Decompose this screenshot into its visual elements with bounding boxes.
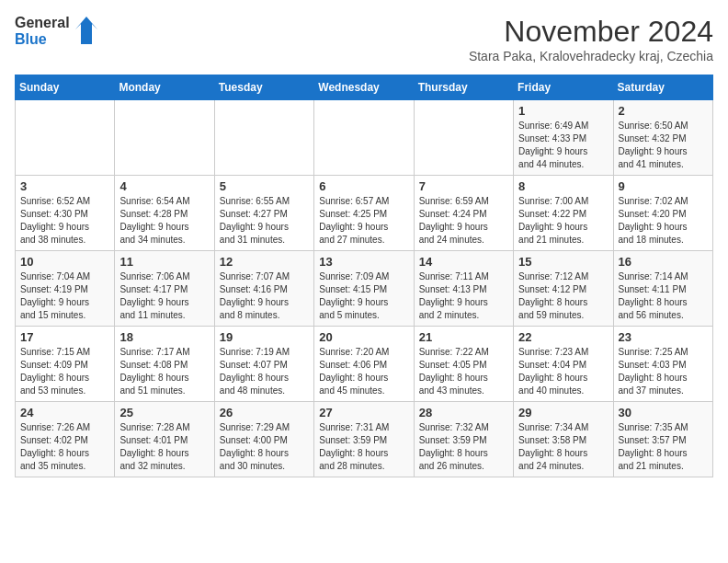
table-row: 14Sunrise: 7:11 AM Sunset: 4:13 PM Dayli… bbox=[414, 251, 513, 327]
table-row: 22Sunrise: 7:23 AM Sunset: 4:04 PM Dayli… bbox=[514, 327, 613, 402]
table-row: 9Sunrise: 7:02 AM Sunset: 4:20 PM Daylig… bbox=[613, 176, 712, 251]
day-number: 18 bbox=[119, 330, 209, 344]
day-number: 14 bbox=[419, 255, 508, 269]
table-row: 7Sunrise: 6:59 AM Sunset: 4:24 PM Daylig… bbox=[414, 176, 513, 251]
day-number: 21 bbox=[419, 330, 508, 344]
day-info: Sunrise: 7:19 AM Sunset: 4:07 PM Dayligh… bbox=[220, 346, 309, 397]
day-number: 9 bbox=[619, 179, 708, 193]
day-info: Sunrise: 7:25 AM Sunset: 4:03 PM Dayligh… bbox=[619, 346, 708, 397]
day-info: Sunrise: 6:59 AM Sunset: 4:24 PM Dayligh… bbox=[419, 195, 508, 247]
day-number: 10 bbox=[20, 255, 109, 269]
table-row: 17Sunrise: 7:15 AM Sunset: 4:09 PM Dayli… bbox=[16, 327, 115, 402]
col-thursday: Thursday bbox=[414, 75, 513, 100]
day-info: Sunrise: 7:09 AM Sunset: 4:15 PM Dayligh… bbox=[319, 270, 408, 322]
day-info: Sunrise: 6:54 AM Sunset: 4:28 PM Dayligh… bbox=[119, 195, 209, 247]
day-number: 30 bbox=[619, 406, 708, 419]
svg-marker-0 bbox=[75, 17, 97, 44]
day-info: Sunrise: 7:26 AM Sunset: 4:02 PM Dayligh… bbox=[20, 421, 109, 473]
table-row bbox=[16, 100, 115, 176]
table-row: 26Sunrise: 7:29 AM Sunset: 4:00 PM Dayli… bbox=[214, 402, 313, 477]
day-info: Sunrise: 7:31 AM Sunset: 3:59 PM Dayligh… bbox=[319, 421, 408, 473]
day-info: Sunrise: 7:14 AM Sunset: 4:11 PM Dayligh… bbox=[619, 270, 708, 322]
table-row bbox=[414, 100, 513, 176]
location-subtitle: Stara Paka, Kralovehradecky kraj, Czechi… bbox=[469, 49, 713, 63]
table-row: 8Sunrise: 7:00 AM Sunset: 4:22 PM Daylig… bbox=[514, 176, 613, 251]
table-row: 23Sunrise: 7:25 AM Sunset: 4:03 PM Dayli… bbox=[613, 327, 712, 402]
day-number: 11 bbox=[119, 255, 209, 269]
day-number: 6 bbox=[319, 179, 408, 193]
day-number: 25 bbox=[119, 406, 209, 419]
table-row: 27Sunrise: 7:31 AM Sunset: 3:59 PM Dayli… bbox=[314, 402, 414, 477]
calendar-week-row: 3Sunrise: 6:52 AM Sunset: 4:30 PM Daylig… bbox=[16, 176, 713, 251]
day-number: 22 bbox=[518, 330, 608, 344]
day-info: Sunrise: 6:52 AM Sunset: 4:30 PM Dayligh… bbox=[20, 195, 109, 247]
day-info: Sunrise: 7:04 AM Sunset: 4:19 PM Dayligh… bbox=[20, 270, 109, 322]
day-number: 27 bbox=[319, 406, 408, 419]
month-year-title: November 2024 bbox=[469, 15, 713, 49]
day-number: 13 bbox=[319, 255, 408, 269]
table-row: 4Sunrise: 6:54 AM Sunset: 4:28 PM Daylig… bbox=[115, 176, 214, 251]
day-info: Sunrise: 6:49 AM Sunset: 4:33 PM Dayligh… bbox=[518, 120, 608, 171]
day-info: Sunrise: 7:07 AM Sunset: 4:16 PM Dayligh… bbox=[220, 270, 309, 322]
day-number: 12 bbox=[220, 255, 309, 269]
col-monday: Monday bbox=[115, 75, 214, 100]
title-block: November 2024 Stara Paka, Kralovehradeck… bbox=[469, 15, 713, 63]
day-number: 1 bbox=[518, 104, 608, 118]
table-row: 15Sunrise: 7:12 AM Sunset: 4:12 PM Dayli… bbox=[514, 251, 613, 327]
day-info: Sunrise: 7:28 AM Sunset: 4:01 PM Dayligh… bbox=[119, 421, 209, 473]
day-info: Sunrise: 7:22 AM Sunset: 4:05 PM Dayligh… bbox=[419, 346, 508, 397]
table-row: 10Sunrise: 7:04 AM Sunset: 4:19 PM Dayli… bbox=[16, 251, 115, 327]
day-info: Sunrise: 7:29 AM Sunset: 4:00 PM Dayligh… bbox=[220, 421, 309, 473]
col-tuesday: Tuesday bbox=[214, 75, 313, 100]
day-number: 2 bbox=[619, 104, 708, 118]
day-number: 19 bbox=[220, 330, 309, 344]
day-info: Sunrise: 6:55 AM Sunset: 4:27 PM Dayligh… bbox=[220, 195, 309, 247]
day-number: 8 bbox=[518, 179, 608, 193]
table-row bbox=[314, 100, 414, 176]
table-row: 18Sunrise: 7:17 AM Sunset: 4:08 PM Dayli… bbox=[115, 327, 214, 402]
table-row: 19Sunrise: 7:19 AM Sunset: 4:07 PM Dayli… bbox=[214, 327, 313, 402]
day-number: 17 bbox=[20, 330, 109, 344]
day-number: 20 bbox=[319, 330, 408, 344]
day-number: 16 bbox=[619, 255, 708, 269]
calendar-week-row: 24Sunrise: 7:26 AM Sunset: 4:02 PM Dayli… bbox=[16, 402, 713, 477]
day-number: 23 bbox=[619, 330, 708, 344]
day-number: 29 bbox=[518, 406, 608, 419]
day-info: Sunrise: 7:11 AM Sunset: 4:13 PM Dayligh… bbox=[419, 270, 508, 322]
col-sunday: Sunday bbox=[16, 75, 115, 100]
day-info: Sunrise: 7:06 AM Sunset: 4:17 PM Dayligh… bbox=[119, 270, 209, 322]
day-info: Sunrise: 7:17 AM Sunset: 4:08 PM Dayligh… bbox=[119, 346, 209, 397]
table-row: 21Sunrise: 7:22 AM Sunset: 4:05 PM Dayli… bbox=[414, 327, 513, 402]
table-row: 11Sunrise: 7:06 AM Sunset: 4:17 PM Dayli… bbox=[115, 251, 214, 327]
day-number: 5 bbox=[220, 179, 309, 193]
table-row: 1Sunrise: 6:49 AM Sunset: 4:33 PM Daylig… bbox=[514, 100, 613, 176]
day-info: Sunrise: 7:32 AM Sunset: 3:59 PM Dayligh… bbox=[419, 421, 508, 473]
table-row bbox=[115, 100, 214, 176]
calendar-week-row: 1Sunrise: 6:49 AM Sunset: 4:33 PM Daylig… bbox=[16, 100, 713, 176]
table-row: 13Sunrise: 7:09 AM Sunset: 4:15 PM Dayli… bbox=[314, 251, 414, 327]
table-row: 29Sunrise: 7:34 AM Sunset: 3:58 PM Dayli… bbox=[514, 402, 613, 477]
day-info: Sunrise: 7:00 AM Sunset: 4:22 PM Dayligh… bbox=[518, 195, 608, 247]
table-row: 25Sunrise: 7:28 AM Sunset: 4:01 PM Dayli… bbox=[115, 402, 214, 477]
day-info: Sunrise: 7:34 AM Sunset: 3:58 PM Dayligh… bbox=[518, 421, 608, 473]
day-number: 24 bbox=[20, 406, 109, 419]
day-info: Sunrise: 7:02 AM Sunset: 4:20 PM Dayligh… bbox=[619, 195, 708, 247]
day-info: Sunrise: 7:20 AM Sunset: 4:06 PM Dayligh… bbox=[319, 346, 408, 397]
day-number: 7 bbox=[419, 179, 508, 193]
table-row bbox=[214, 100, 313, 176]
table-row: 24Sunrise: 7:26 AM Sunset: 4:02 PM Dayli… bbox=[16, 402, 115, 477]
calendar-week-row: 10Sunrise: 7:04 AM Sunset: 4:19 PM Dayli… bbox=[16, 251, 713, 327]
day-info: Sunrise: 7:15 AM Sunset: 4:09 PM Dayligh… bbox=[20, 346, 109, 397]
table-row: 28Sunrise: 7:32 AM Sunset: 3:59 PM Dayli… bbox=[414, 402, 513, 477]
day-number: 3 bbox=[20, 179, 109, 193]
table-row: 20Sunrise: 7:20 AM Sunset: 4:06 PM Dayli… bbox=[314, 327, 414, 402]
day-info: Sunrise: 6:57 AM Sunset: 4:25 PM Dayligh… bbox=[319, 195, 408, 247]
day-info: Sunrise: 6:50 AM Sunset: 4:32 PM Dayligh… bbox=[619, 120, 708, 171]
table-row: 30Sunrise: 7:35 AM Sunset: 3:57 PM Dayli… bbox=[613, 402, 712, 477]
page-header: General Blue November 2024 Stara Paka, K… bbox=[15, 15, 713, 63]
day-info: Sunrise: 7:12 AM Sunset: 4:12 PM Dayligh… bbox=[518, 270, 608, 322]
col-wednesday: Wednesday bbox=[314, 75, 414, 100]
day-number: 4 bbox=[119, 179, 209, 193]
table-row: 3Sunrise: 6:52 AM Sunset: 4:30 PM Daylig… bbox=[16, 176, 115, 251]
logo: General Blue bbox=[15, 15, 99, 48]
